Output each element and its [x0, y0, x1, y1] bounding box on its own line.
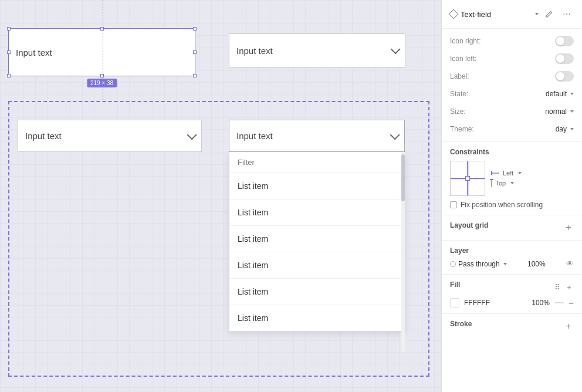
bottom-right-input-text: Input text: [236, 131, 273, 141]
layer-mode-row: Pass through 100% 👁: [450, 259, 574, 268]
icon-right-label: Icon right:: [450, 37, 491, 45]
input-dropdown-top[interactable]: Input text: [229, 33, 405, 67]
constraint-left-option[interactable]: Left: [491, 170, 522, 177]
fill-grid-icon[interactable]: ⠿: [553, 282, 562, 292]
state-row: State: default: [450, 87, 574, 100]
fill-row: FFFFFF 100% ~~~ −: [450, 298, 574, 307]
icon-left-row: Icon left:: [450, 52, 574, 65]
layer-opacity: 100%: [527, 260, 546, 268]
stroke-add-btn[interactable]: +: [563, 321, 574, 332]
top-left-input-text: Input text: [16, 48, 52, 58]
fill-add-btn[interactable]: +: [564, 282, 574, 292]
fill-hex: FFFFFF: [464, 299, 527, 307]
input-dropdown-left[interactable]: Input text: [18, 120, 202, 152]
layer-title: Layer: [450, 246, 574, 255]
constraints-grid: Left Top: [450, 161, 574, 196]
icon-right-toggle[interactable]: [555, 36, 574, 46]
layout-grid-add-btn[interactable]: +: [563, 222, 574, 233]
fill-remove-btn[interactable]: −: [569, 299, 574, 307]
layout-grid-title: Layout grid: [450, 221, 488, 229]
fill-hide-btn[interactable]: ~~~: [554, 299, 564, 306]
theme-chevron-icon: [570, 128, 574, 130]
constraint-top-label: Top: [496, 180, 506, 187]
constraint-top-option[interactable]: Top: [491, 179, 522, 187]
handle-top-right[interactable]: [193, 27, 197, 31]
fill-section: Fill ⠿ + FFFFFF 100% ~~~ −: [442, 275, 582, 314]
size-row: Size: normal: [450, 105, 574, 118]
stroke-section: Stroke +: [442, 314, 582, 339]
fix-position-label: Fix position when scrolling: [461, 201, 543, 209]
handle-top-left[interactable]: [7, 27, 11, 31]
constraint-center-dot: [465, 176, 470, 181]
layer-mode-label: Pass through: [458, 260, 500, 268]
layout-grid-header: Layout grid +: [450, 221, 574, 234]
canvas: Input text 219 × 38 Input text Input tex…: [0, 0, 441, 392]
icon-right-row: Icon right:: [450, 35, 574, 48]
state-chevron-icon: [570, 93, 574, 95]
list-item-1[interactable]: List item: [229, 173, 404, 200]
theme-row: Theme: day: [450, 123, 574, 136]
right-panel: Text-field ⋯ Icon right: Icon left: Labe…: [441, 0, 582, 392]
constraint-options: Left Top: [491, 170, 522, 187]
theme-value[interactable]: day: [556, 125, 574, 133]
fill-opacity: 100%: [532, 299, 550, 307]
stroke-header: Stroke +: [450, 320, 574, 333]
fill-header: Fill ⠿ +: [450, 281, 574, 293]
size-label: Size:: [450, 107, 491, 116]
group-container: Input text Input text List item List ite…: [8, 101, 429, 377]
icon-left-toggle[interactable]: [555, 53, 574, 64]
scrollbar-thumb[interactable]: [401, 154, 405, 201]
layer-section: Layer Pass through 100% 👁: [442, 241, 582, 275]
input-dropdown-right[interactable]: Input text: [229, 120, 405, 152]
chevron-down-icon-right: [390, 130, 400, 140]
dropdown-list: List item List item List item List item …: [229, 152, 405, 332]
state-label: State:: [450, 90, 491, 98]
list-item-3[interactable]: List item: [229, 226, 404, 252]
handle-mid-right[interactable]: [193, 50, 197, 54]
icon-left-label: Icon left:: [450, 55, 491, 63]
diamond-icon: [449, 9, 459, 19]
label-toggle[interactable]: [555, 71, 574, 82]
constraint-top-chevron: [510, 182, 514, 184]
size-value[interactable]: normal: [545, 107, 574, 116]
handle-bottom-right[interactable]: [193, 74, 197, 77]
list-item-6[interactable]: List item: [229, 305, 404, 331]
dropdown-scrollbar[interactable]: [401, 152, 405, 352]
panel-header: Text-field ⋯: [442, 0, 582, 29]
edit-icon-btn[interactable]: [542, 7, 556, 21]
state-value[interactable]: default: [546, 90, 574, 98]
dimension-badge: 219 × 38: [87, 79, 117, 87]
layer-mode-btn[interactable]: Pass through: [450, 260, 507, 268]
eye-icon[interactable]: 👁: [566, 259, 574, 268]
constraint-visual-box: [450, 161, 485, 196]
circle-icon: [450, 261, 456, 267]
list-item-5[interactable]: List item: [229, 279, 404, 305]
constraints-title: Constraints: [450, 148, 574, 156]
label-label: Label:: [450, 72, 491, 80]
handle-bottom-left[interactable]: [7, 74, 11, 77]
layout-grid-section: Layout grid +: [442, 215, 582, 241]
chevron-down-icon-left: [187, 130, 197, 140]
size-chevron-icon: [570, 110, 574, 113]
fill-controls: ⠿ +: [553, 282, 574, 292]
chevron-down-icon: [391, 44, 401, 54]
constraint-left-chevron: [518, 172, 522, 174]
top-right-input-text: Input text: [236, 46, 273, 56]
fix-position-row[interactable]: Fix position when scrolling: [450, 201, 574, 209]
component-chevron-icon[interactable]: [535, 13, 539, 15]
theme-label: Theme:: [450, 125, 491, 133]
input-simple-selected[interactable]: Input text 219 × 38: [8, 28, 195, 76]
list-item-4[interactable]: List item: [229, 252, 404, 279]
guide-line: [103, 0, 103, 100]
fix-position-checkbox[interactable]: [450, 201, 457, 208]
constraint-left-label: Left: [503, 170, 513, 177]
handle-mid-left[interactable]: [7, 50, 11, 54]
label-row: Label:: [450, 70, 574, 83]
bottom-left-input-text: Input text: [25, 131, 62, 141]
stroke-title: Stroke: [450, 320, 472, 328]
more-options-btn[interactable]: ⋯: [560, 7, 574, 21]
fill-color-swatch[interactable]: [450, 298, 459, 307]
list-item-2[interactable]: List item: [229, 200, 404, 226]
layer-mode-chevron: [503, 263, 507, 265]
filter-input[interactable]: [229, 152, 404, 173]
